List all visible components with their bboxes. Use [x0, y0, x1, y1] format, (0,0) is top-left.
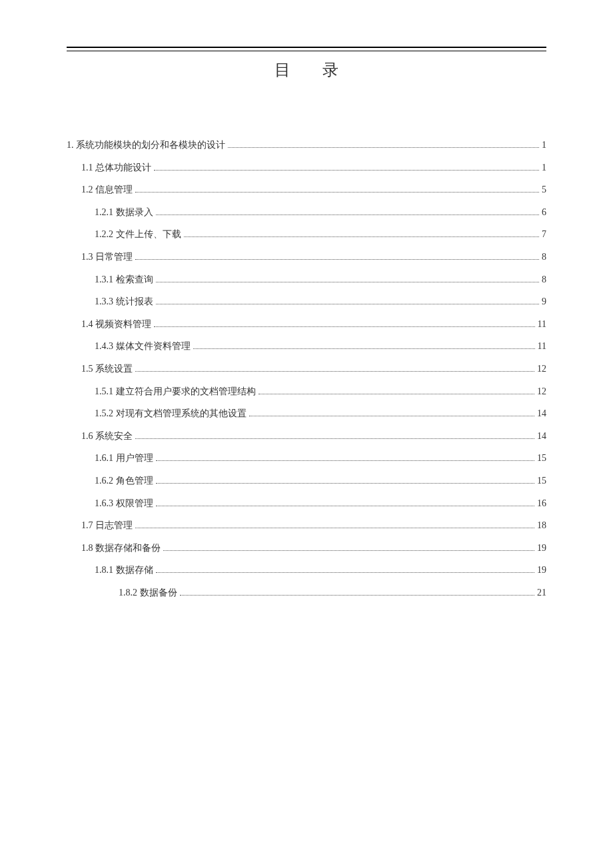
- toc-entry-page: 8: [542, 268, 546, 291]
- toc-entry-label: 1.5.1 建立符合用户要求的文档管理结构: [95, 380, 256, 403]
- toc-entry-label: 1.6.2 角色管理: [95, 470, 153, 492]
- toc-leader-dots: [135, 192, 539, 193]
- toc-entry: 1.2.1 数据录入6: [67, 201, 546, 224]
- toc-entry-page: 5: [542, 179, 546, 201]
- toc-entry: 1.4.3 媒体文件资料管理11: [67, 335, 546, 358]
- toc-leader-dots: [163, 550, 534, 551]
- toc-leader-dots: [184, 236, 540, 237]
- page-title: 目录: [67, 59, 546, 81]
- toc-entry-label: 1.5 系统设置: [81, 358, 133, 380]
- toc-entry: 1.2.2 文件上传、下载7: [67, 223, 546, 246]
- toc-leader-dots: [156, 215, 540, 215]
- toc-entry-label: 1.6.3 权限管理: [95, 492, 153, 515]
- toc-entry: 1.6 系统安全14: [67, 425, 546, 448]
- toc-entry-page: 14: [537, 425, 546, 448]
- toc-entry-label: 1.3 日常管理: [81, 246, 133, 268]
- toc-entry-page: 9: [542, 290, 546, 313]
- toc-leader-dots: [249, 416, 535, 416]
- toc-entry-page: 18: [537, 514, 546, 537]
- toc-entry-label: 1.7 日志管理: [81, 514, 133, 537]
- toc-entry-label: 1.8 数据存储和备份: [81, 537, 161, 560]
- toc-entry-page: 14: [537, 402, 546, 425]
- toc-leader-dots: [156, 483, 535, 484]
- toc-entry-label: 1.8.2 数据备份: [119, 582, 177, 604]
- toc-entry-label: 1.3.1 检索查询: [95, 268, 153, 291]
- document-page: 目录 1. 系统功能模块的划分和各模块的设计11.1 总体功能设计11.2 信息…: [67, 0, 546, 604]
- toc-leader-dots: [135, 371, 534, 372]
- toc-entry-page: 8: [542, 246, 546, 268]
- toc-entry-page: 19: [537, 537, 546, 560]
- toc-leader-dots: [180, 595, 535, 596]
- toc-leader-dots: [156, 506, 535, 506]
- toc-entry: 1.3 日常管理8: [67, 246, 546, 268]
- toc-leader-dots: [156, 572, 535, 573]
- toc-leader-dots: [156, 282, 540, 282]
- toc-leader-dots: [193, 348, 535, 349]
- toc-entry-label: 1.6 系统安全: [81, 425, 133, 448]
- toc-entry: 1.4 视频资料管理11: [67, 313, 546, 336]
- toc-entry-page: 1: [542, 157, 546, 179]
- table-of-contents: 1. 系统功能模块的划分和各模块的设计11.1 总体功能设计11.2 信息管理5…: [67, 134, 546, 604]
- toc-entry-label: 1.4 视频资料管理: [81, 313, 151, 336]
- toc-entry: 1.8 数据存储和备份19: [67, 537, 546, 560]
- toc-entry: 1.6.2 角色管理15: [67, 470, 546, 492]
- rule-top: [67, 47, 546, 48]
- toc-entry-label: 1.2.1 数据录入: [95, 201, 153, 224]
- toc-entry: 1.8.1 数据存储19: [67, 559, 546, 582]
- toc-leader-dots: [259, 394, 535, 394]
- toc-entry-label: 1. 系统功能模块的划分和各模块的设计: [67, 134, 225, 157]
- toc-entry-page: 1: [542, 134, 546, 157]
- toc-entry: 1.2 信息管理5: [67, 179, 546, 201]
- toc-entry-page: 11: [538, 313, 546, 336]
- toc-entry-page: 6: [542, 201, 546, 224]
- toc-entry: 1.5.1 建立符合用户要求的文档管理结构12: [67, 380, 546, 403]
- toc-entry-page: 15: [537, 470, 546, 492]
- toc-entry: 1.8.2 数据备份21: [67, 582, 546, 604]
- toc-entry-page: 15: [537, 447, 546, 470]
- toc-entry: 1.5.2 对现有文档管理系统的其他设置14: [67, 402, 546, 425]
- toc-entry-page: 11: [538, 335, 546, 358]
- toc-entry-page: 16: [537, 492, 546, 515]
- rule-sub: [67, 51, 546, 51]
- toc-leader-dots: [156, 304, 540, 304]
- toc-entry: 1.6.3 权限管理16: [67, 492, 546, 515]
- toc-entry-label: 1.5.2 对现有文档管理系统的其他设置: [95, 402, 247, 425]
- toc-entry-page: 7: [542, 223, 546, 246]
- toc-entry: 1.1 总体功能设计1: [67, 157, 546, 179]
- toc-entry-label: 1.3.3 统计报表: [95, 290, 153, 313]
- toc-leader-dots: [154, 170, 539, 171]
- toc-leader-dots: [135, 528, 534, 528]
- toc-entry-label: 1.2 信息管理: [81, 179, 133, 201]
- toc-entry: 1.6.1 用户管理15: [67, 447, 546, 470]
- toc-entry-page: 19: [537, 559, 546, 582]
- toc-entry-label: 1.6.1 用户管理: [95, 447, 153, 470]
- toc-entry-page: 12: [537, 358, 546, 380]
- toc-leader-dots: [135, 259, 539, 260]
- toc-entry: 1.7 日志管理18: [67, 514, 546, 537]
- toc-entry-page: 21: [537, 582, 546, 604]
- toc-entry-label: 1.4.3 媒体文件资料管理: [95, 335, 191, 358]
- toc-entry-label: 1.2.2 文件上传、下载: [95, 223, 181, 246]
- toc-leader-dots: [135, 438, 534, 439]
- toc-entry: 1. 系统功能模块的划分和各模块的设计1: [67, 134, 546, 157]
- toc-leader-dots: [228, 147, 539, 148]
- toc-entry-label: 1.1 总体功能设计: [81, 157, 151, 179]
- toc-entry-page: 12: [537, 380, 546, 403]
- toc-leader-dots: [156, 460, 535, 461]
- toc-entry: 1.3.3 统计报表9: [67, 290, 546, 313]
- toc-entry: 1.3.1 检索查询8: [67, 268, 546, 291]
- toc-entry: 1.5 系统设置12: [67, 358, 546, 380]
- toc-leader-dots: [154, 326, 535, 327]
- toc-entry-label: 1.8.1 数据存储: [95, 559, 153, 582]
